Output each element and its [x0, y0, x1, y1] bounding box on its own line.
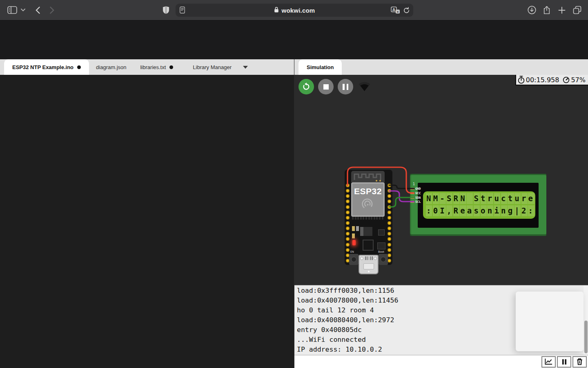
smd-component — [352, 226, 355, 231]
library-manager-label: Library Manager — [193, 64, 232, 70]
pin-header-left[interactable] — [346, 184, 350, 263]
tab-libraries-txt[interactable]: libraries.txt — [133, 59, 180, 75]
smd-ic — [377, 242, 385, 249]
en-button[interactable] — [349, 254, 359, 265]
new-tab-button[interactable] — [556, 4, 568, 16]
editor-pane: ESP32 NTP Example.ino diagram.json libra… — [0, 59, 294, 368]
sidebar-toggle-button[interactable] — [7, 4, 18, 16]
svg-text:x: x — [397, 10, 399, 13]
chevron-down-icon — [243, 66, 248, 69]
tab-overview-button[interactable] — [571, 4, 583, 16]
boot-button[interactable] — [379, 254, 388, 265]
pause-output-button[interactable] — [557, 356, 571, 368]
trash-icon — [576, 358, 584, 366]
cpu-gauge-icon — [562, 76, 570, 84]
restart-simulation-button[interactable] — [298, 79, 314, 94]
lcd1602-display[interactable]: NM-SRN Structure :0I,Reasoning|2: 1 GND … — [410, 174, 546, 236]
stopwatch-icon — [517, 76, 525, 84]
tab-esp32-ntp-example[interactable]: ESP32 NTP Example.ino — [4, 59, 89, 75]
clear-output-button[interactable] — [572, 356, 587, 368]
unsaved-dot — [77, 65, 81, 69]
serial-monitor[interactable]: load:0x3fff0030,len:1156 load:0x40078000… — [294, 285, 588, 355]
simulation-pane: Simulation 00:15.958 — [294, 59, 588, 368]
stop-simulation-button[interactable] — [318, 79, 334, 94]
blank-popup-panel — [516, 292, 584, 351]
esp32-devkit-board[interactable]: ESP32 EN Boot — [345, 170, 392, 265]
lcd-pin-gnd[interactable]: GND — [410, 187, 421, 191]
chart-icon — [544, 358, 553, 366]
chip-label: ESP32 — [354, 186, 382, 196]
browser-toolbar: wokwi.com Ax — [0, 0, 588, 20]
privacy-shield-icon[interactable] — [160, 4, 172, 16]
tab-simulation[interactable]: Simulation — [298, 59, 342, 75]
lcd-pin-vcc[interactable]: VCC — [410, 191, 421, 195]
translate-icon[interactable]: Ax — [391, 7, 400, 16]
pause-simulation-button[interactable] — [338, 79, 353, 94]
code-editor-area[interactable] — [0, 75, 294, 368]
lock-icon — [274, 7, 279, 14]
safari-window: wokwi.com Ax ESP32 NTP Example. — [0, 0, 588, 368]
tab-label: diagram.json — [96, 64, 126, 70]
smd-component — [356, 226, 359, 231]
smd-component — [352, 233, 355, 238]
cpu-load: 57% — [571, 76, 586, 84]
lcd-line-2: :0I,Reasoning|2: — [426, 205, 535, 216]
lcd-pin-index: 1 — [413, 182, 415, 186]
tab-diagram-json[interactable]: diagram.json — [89, 59, 133, 75]
en-button-label: EN — [350, 250, 354, 254]
plot-button[interactable] — [541, 356, 556, 368]
lcd-pin-scl[interactable]: SCL — [410, 200, 421, 204]
scrollbar-track[interactable] — [584, 285, 588, 355]
espressif-logo — [360, 197, 376, 213]
tab-label: ESP32 NTP Example.ino — [12, 64, 74, 70]
power-led — [352, 240, 356, 245]
tab-label: libraries.txt — [140, 64, 166, 70]
sidebar-chevron-icon[interactable] — [19, 4, 27, 16]
file-tabbar: ESP32 NTP Example.ino diagram.json libra… — [0, 59, 294, 75]
simulation-tabbar: Simulation — [294, 59, 588, 75]
back-button[interactable] — [32, 4, 43, 16]
reload-icon[interactable] — [403, 7, 410, 16]
boot-button-label: Boot — [378, 250, 384, 254]
tab-label: Simulation — [307, 64, 334, 70]
restart-icon — [302, 82, 311, 91]
usb-uart-chip — [363, 240, 374, 251]
reader-icon[interactable] — [180, 7, 185, 15]
pause-icon — [561, 358, 568, 366]
wifi-status-icon — [358, 81, 371, 94]
lcd-line-1: NM-SRN Structure — [426, 193, 535, 204]
unsaved-dot — [169, 65, 173, 69]
esp32-module: ESP32 — [351, 171, 385, 217]
stop-icon — [323, 84, 329, 90]
lcd-screen: NM-SRN Structure :0I,Reasoning|2: — [423, 191, 535, 219]
downloads-button[interactable] — [526, 4, 537, 16]
pause-icon — [343, 84, 348, 90]
elapsed-time: 00:15.958 — [526, 76, 559, 84]
svg-text:A: A — [392, 8, 395, 12]
smd-ic — [378, 229, 385, 236]
voltage-regulator — [360, 227, 372, 236]
pin-header-right[interactable] — [388, 184, 391, 263]
wokwi-page-header — [0, 20, 588, 59]
lcd-pin-sda[interactable]: SDA — [410, 196, 421, 200]
simulation-canvas[interactable]: 00:15.958 57% ESP32 — [294, 75, 588, 285]
simulation-stats-badge: 00:15.958 57% — [515, 75, 588, 85]
share-button[interactable] — [541, 4, 552, 16]
scrollbar-thumb[interactable] — [584, 321, 588, 353]
castellated-pads — [352, 217, 383, 220]
forward-button[interactable] — [46, 4, 58, 16]
library-manager-button[interactable]: Library Manager — [186, 59, 255, 75]
esp32-shield-can: ESP32 — [351, 182, 385, 217]
address-bar[interactable]: wokwi.com Ax — [176, 4, 413, 17]
antenna-trace — [351, 171, 385, 182]
serial-toolbar — [294, 355, 588, 368]
usb-connector — [359, 255, 379, 274]
url-text: wokwi.com — [282, 7, 315, 14]
